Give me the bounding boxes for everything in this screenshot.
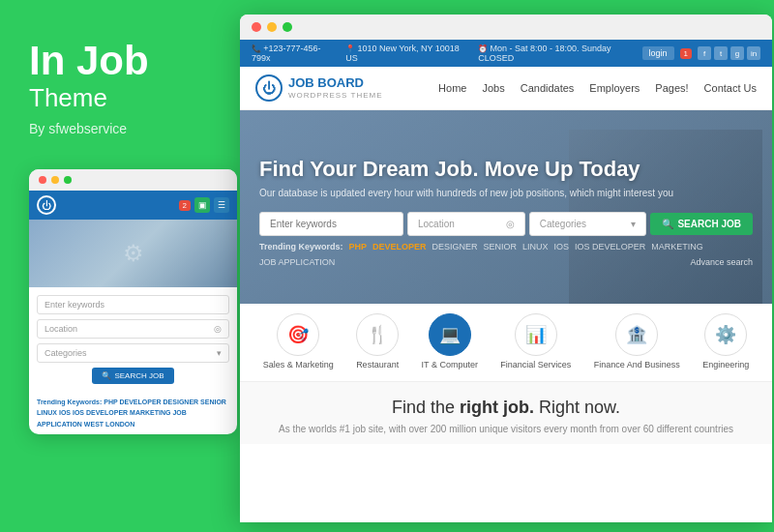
category-label: Restaurant	[356, 360, 399, 371]
trending-tag-linux[interactable]: LINUX	[522, 242, 549, 251]
mini-hero-bg: ⚙	[29, 220, 237, 287]
mini-location-input[interactable]: Location ◎	[37, 319, 229, 339]
chevron-down-icon: ▾	[631, 219, 636, 229]
nav-item-pages[interactable]: Pages!	[655, 82, 688, 94]
main-dot-red	[252, 22, 261, 32]
nav-item-jobs[interactable]: Jobs	[482, 82, 504, 94]
main-browser: +123-777-456-799x 1010 New York, NY 1001…	[240, 15, 772, 522]
category-icon: 🏦	[615, 313, 658, 356]
trending-tag-marketing[interactable]: MARKETING	[651, 242, 703, 251]
chevron-down-icon: ▾	[217, 348, 222, 358]
category-item[interactable]: 🍴Restaurant	[356, 313, 399, 371]
category-item[interactable]: ⚙️Engineering	[702, 313, 749, 371]
category-icon: 🍴	[356, 313, 399, 356]
trending-row: Trending Keywords: PHP DEVELOPER DESIGNE…	[259, 242, 753, 267]
login-button[interactable]: login	[642, 46, 674, 60]
brand-author: By sfwebservice	[29, 121, 211, 136]
trending-tag-job-app[interactable]: JOB APPLICATION	[259, 257, 335, 267]
mini-hero: ⚙	[29, 220, 237, 287]
facebook-icon[interactable]: f	[698, 46, 711, 60]
categories-input[interactable]: Categories ▾	[529, 212, 647, 236]
mini-keyword-input[interactable]: Enter keywords	[37, 295, 229, 314]
logo-icon: ⏻	[255, 74, 283, 102]
mini-search-button[interactable]: 🔍 SEARCH JOB	[92, 368, 173, 384]
brand-subtitle: Theme	[29, 83, 211, 113]
category-item[interactable]: 📊Financial Services	[500, 313, 571, 371]
mini-nav: ⏻ 2 ▣ ☰	[29, 191, 237, 220]
category-label: Finance And Business	[594, 360, 680, 371]
trending-tag-ios[interactable]: IOS	[554, 242, 570, 251]
trending-tag-designer[interactable]: DESIGNER	[432, 242, 478, 251]
mini-browser-bar	[29, 169, 237, 191]
category-label: Financial Services	[500, 360, 571, 371]
twitter-icon[interactable]: t	[714, 46, 728, 60]
site-topbar: +123-777-456-799x 1010 New York, NY 1001…	[240, 40, 772, 67]
site-hero: Find Your Dream Job. Move Up Today Our d…	[240, 110, 772, 304]
mini-trending: Trending Keywords: PHP DEVELOPER DESIGNE…	[29, 392, 237, 434]
hero-content: Find Your Dream Job. Move Up Today Our d…	[240, 110, 772, 304]
notif-badge: 1	[680, 48, 692, 59]
social-icons: f t g in	[698, 46, 760, 60]
mini-dot-yellow	[51, 176, 59, 184]
search-bar: Location ◎ Categories ▾ 🔍 SEARCH JOB	[259, 212, 753, 236]
google-icon[interactable]: g	[730, 46, 744, 60]
bottom-section: Find the right job. Right now. As the wo…	[240, 382, 772, 444]
mini-search-area: Enter keywords Location ◎ Categories ▾ 🔍…	[29, 287, 237, 392]
main-dot-yellow	[267, 22, 277, 32]
logo-text-block: JOB BOARD WORDPRESS THEME	[288, 76, 383, 99]
category-item[interactable]: 🎯Sales & Marketing	[263, 313, 334, 371]
main-browser-bar	[240, 15, 772, 40]
search-job-button[interactable]: 🔍 SEARCH JOB	[650, 213, 753, 235]
trending-tag-senior[interactable]: SENIOR	[484, 242, 518, 251]
categories-section: 🎯Sales & Marketing🍴Restaurant💻IT & Compu…	[240, 304, 772, 382]
category-icon: 💻	[429, 313, 471, 356]
category-item[interactable]: 💻IT & Computer	[422, 313, 478, 371]
mini-blue-icon: ☰	[214, 197, 229, 213]
advance-search-link[interactable]: Advance search	[690, 257, 753, 267]
topbar-address: 1010 New York, NY 10018 US	[345, 44, 468, 63]
brand-title: In Job	[29, 39, 211, 83]
keyword-input[interactable]	[259, 212, 403, 236]
mini-nav-icons: 2 ▣ ☰	[179, 197, 229, 213]
mini-dot-red	[39, 176, 46, 184]
bottom-title: Find the right job. Right now.	[259, 398, 753, 418]
category-label: Sales & Marketing	[263, 360, 334, 371]
mini-green-icon: ▣	[194, 197, 210, 213]
site-nav: HomeJobsCandidatesEmployersPages!Contact…	[438, 82, 757, 94]
trending-tag-php[interactable]: PHP	[349, 242, 368, 251]
linkedin-icon[interactable]: in	[747, 46, 760, 60]
mini-badge: 2	[179, 200, 191, 211]
search-icon: 🔍	[102, 371, 111, 380]
search-icon: 🔍	[662, 219, 673, 229]
topbar-right: login 1 f t g in	[642, 46, 760, 60]
trending-tag-ios-dev[interactable]: IOS DEVELOPER	[575, 242, 645, 251]
site-logo: ⏻ JOB BOARD WORDPRESS THEME	[255, 74, 383, 102]
logo-name: JOB BOARD	[288, 76, 383, 90]
site-header: ⏻ JOB BOARD WORDPRESS THEME HomeJobsCand…	[240, 67, 772, 110]
category-label: Engineering	[702, 360, 749, 371]
hero-title: Find Your Dream Job. Move Up Today	[259, 157, 753, 182]
logo-subtext: WORDPRESS THEME	[288, 91, 383, 100]
mini-logo: ⏻	[37, 195, 56, 215]
mini-dot-green	[64, 176, 72, 184]
category-icon: 📊	[515, 313, 557, 356]
nav-item-employers[interactable]: Employers	[589, 82, 640, 94]
mini-categories-input[interactable]: Categories ▾	[37, 343, 229, 363]
nav-item-candidates[interactable]: Candidates	[521, 82, 575, 94]
nav-item-contactus[interactable]: Contact Us	[704, 82, 757, 94]
location-pin-icon: ◎	[214, 324, 222, 334]
left-panel: In Job Theme By sfwebservice ⏻ 2 ▣ ☰ ⚙	[0, 0, 240, 532]
category-item[interactable]: 🏦Finance And Business	[594, 313, 680, 371]
mini-browser: ⏻ 2 ▣ ☰ ⚙ Enter keywords Location ◎	[29, 169, 237, 434]
trending-tag-developer[interactable]: DEVELOPER	[372, 242, 427, 251]
category-icon: ⚙️	[704, 313, 747, 356]
mini-logo-icon: ⏻	[37, 195, 56, 215]
main-dot-green	[283, 22, 292, 32]
category-label: IT & Computer	[422, 360, 478, 371]
bottom-desc: As the worlds #1 job site, with over 200…	[259, 424, 753, 434]
gear-icon: ⚙	[123, 240, 144, 267]
topbar-phone: +123-777-456-799x	[252, 44, 336, 63]
location-input[interactable]: Location ◎	[407, 212, 525, 236]
topbar-hours: Mon - Sat 8:00 - 18:00. Sunday CLOSED	[478, 44, 641, 63]
nav-item-home[interactable]: Home	[438, 82, 466, 94]
